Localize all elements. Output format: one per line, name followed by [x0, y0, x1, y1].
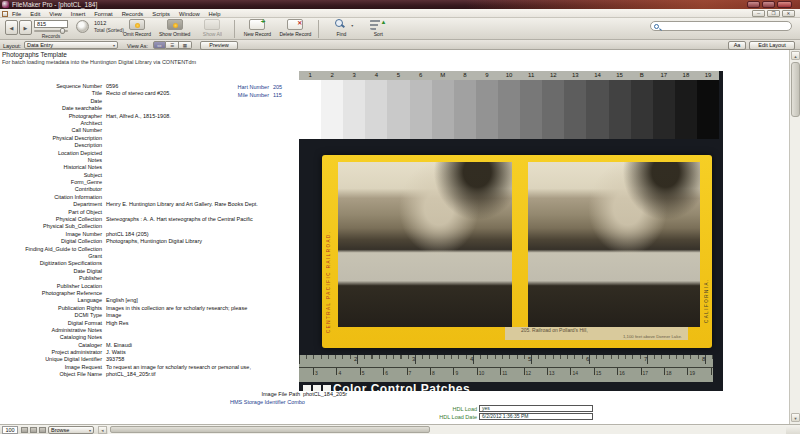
menu-file[interactable]: File: [12, 11, 21, 17]
ruler-inch-number: 3: [412, 356, 415, 362]
grayscale-step-number: 18: [675, 71, 697, 80]
zoom-out-icon[interactable]: [21, 427, 28, 433]
omit-record-label: Omit Record: [123, 31, 151, 37]
field-value[interactable]: Recto of stereo card #205.: [106, 90, 171, 96]
field-value[interactable]: J. Watts: [106, 349, 126, 355]
quick-find-input[interactable]: [650, 21, 792, 31]
horizontal-scroll-thumb[interactable]: [110, 426, 430, 433]
layout-label: Layout:: [3, 43, 21, 49]
form-view-button[interactable]: ▭: [153, 41, 166, 49]
field-value[interactable]: Images in this collection are for schola…: [106, 305, 247, 311]
format-text-button[interactable]: Aa: [728, 41, 746, 50]
ruler-cm-number: 19: [689, 370, 695, 376]
records-label: Records: [28, 33, 74, 39]
field-row: Historical Notes: [0, 164, 300, 171]
grayscale-step-number: 17: [653, 71, 675, 80]
menu-help[interactable]: Help: [209, 11, 221, 17]
scroll-left-icon[interactable]: ◂: [98, 426, 107, 434]
child-restore-icon[interactable]: ❐: [767, 10, 780, 17]
child-close-icon[interactable]: ✕: [782, 10, 795, 17]
sort-button[interactable]: Sort: [363, 19, 393, 37]
delete-record-button[interactable]: Delete Record: [279, 19, 311, 37]
record-number-field[interactable]: 815: [34, 20, 68, 28]
vertical-scroll-thumb[interactable]: [791, 62, 800, 117]
field-value[interactable]: 0596: [106, 83, 118, 89]
toolbar-separator: [318, 20, 319, 38]
field-row: Finding Aid_Guide to Collection: [0, 246, 300, 253]
field-row: Date Digital: [0, 268, 300, 275]
stereo-photo-right: [528, 162, 700, 327]
field-label: Physical Collection: [0, 216, 106, 222]
hdl-load-date-field[interactable]: 6/2/2012 1:36:35 PM: [479, 413, 593, 420]
menu-window[interactable]: Window: [179, 11, 200, 17]
horizontal-scrollbar[interactable]: [108, 426, 786, 434]
minimize-button[interactable]: [747, 1, 760, 8]
field-value[interactable]: Hart, Alfred A., 1815-1908.: [106, 113, 171, 119]
window-controls: [747, 1, 792, 8]
field-label: Digital Format: [0, 320, 106, 326]
record-slider[interactable]: [34, 30, 68, 32]
previous-record-button[interactable]: ◀: [5, 20, 18, 35]
chevron-down-icon: ▾: [113, 42, 115, 49]
field-row: Grant: [0, 253, 300, 260]
field-label: Cataloging Notes: [0, 334, 106, 340]
field-label: Publisher: [0, 275, 106, 281]
new-record-button[interactable]: New Record: [242, 19, 272, 37]
field-value[interactable]: Image: [106, 312, 121, 318]
image-file-path-value[interactable]: photCL_184_205r: [303, 391, 347, 397]
field-row: Physical Sub_Collection: [0, 223, 300, 230]
grayscale-step: [675, 80, 697, 139]
layout-select[interactable]: Data Entry ▾: [24, 41, 118, 49]
record-dial-icon[interactable]: [76, 20, 89, 33]
field-label: Image Request: [0, 364, 106, 370]
zoom-level-field[interactable]: 100: [2, 426, 18, 434]
table-view-button[interactable]: ▦: [179, 41, 192, 49]
field-label: Citation Information: [0, 194, 106, 200]
side-field-value[interactable]: 115: [273, 92, 282, 98]
chevron-down-icon[interactable]: ▾: [351, 23, 353, 28]
field-value[interactable]: M. Einaudi: [106, 342, 132, 348]
close-button[interactable]: [777, 1, 792, 8]
show-omitted-button[interactable]: Show Omitted: [159, 19, 190, 37]
child-minimize-icon[interactable]: ─: [752, 10, 765, 17]
maximize-button[interactable]: [762, 1, 775, 8]
zoom-in-icon[interactable]: [30, 427, 37, 433]
omit-record-button[interactable]: Omit Record: [122, 19, 152, 37]
edit-layout-button[interactable]: Edit Layout: [749, 41, 795, 50]
field-value[interactable]: photCL_184_205r.tif: [106, 371, 156, 377]
list-view-button[interactable]: ☰: [166, 41, 179, 49]
find-button[interactable]: ▾Find: [326, 19, 356, 37]
child-window-controls: ─ ❐ ✕: [752, 10, 795, 17]
field-value[interactable]: Photographs, Huntington Digital Library: [106, 238, 202, 244]
menu-format[interactable]: Format: [94, 11, 112, 17]
field-label: Photographer: [0, 113, 106, 119]
field-value[interactable]: English [eng]: [106, 297, 138, 303]
vertical-scrollbar[interactable]: ▲ ▼: [789, 50, 800, 424]
hdl-load-field[interactable]: yes: [479, 405, 593, 412]
field-value[interactable]: Stereographs : A. A. Hart stereographs o…: [106, 216, 253, 222]
mode-select[interactable]: Browse ▾: [48, 426, 94, 434]
preview-button[interactable]: Preview: [200, 41, 238, 50]
scroll-up-icon[interactable]: ▲: [791, 51, 800, 60]
field-value[interactable]: High Res: [106, 320, 129, 326]
card-caption: 205. Railroad on Pollard's Hill, 1,100 f…: [505, 327, 688, 340]
grayscale-step: [586, 80, 608, 139]
menu-edit[interactable]: Edit: [30, 11, 40, 17]
menu-scripts[interactable]: Scripts: [152, 11, 170, 17]
ruler-inch-number: 4: [470, 356, 473, 362]
total-record-count: 1012: [94, 20, 106, 26]
ruler-inch-number: 6: [586, 356, 589, 362]
field-value[interactable]: photCL 184 (205): [106, 231, 149, 237]
menu-records[interactable]: Records: [122, 11, 144, 17]
side-field-value[interactable]: 205: [273, 84, 282, 90]
show-all-label: Show All: [203, 31, 222, 37]
menu-view[interactable]: View: [49, 11, 61, 17]
scroll-down-icon[interactable]: ▼: [791, 413, 800, 422]
field-value[interactable]: To request an image for scholarly resear…: [106, 364, 251, 370]
field-value[interactable]: Henry E. Huntington Library and Art Gall…: [106, 201, 258, 207]
field-value[interactable]: 393758: [106, 356, 124, 362]
menu-insert[interactable]: Insert: [71, 11, 86, 17]
grayscale-step-number: 12: [542, 71, 564, 80]
field-label: Publication Rights: [0, 305, 106, 311]
status-area-toggle-icon[interactable]: [39, 427, 46, 433]
